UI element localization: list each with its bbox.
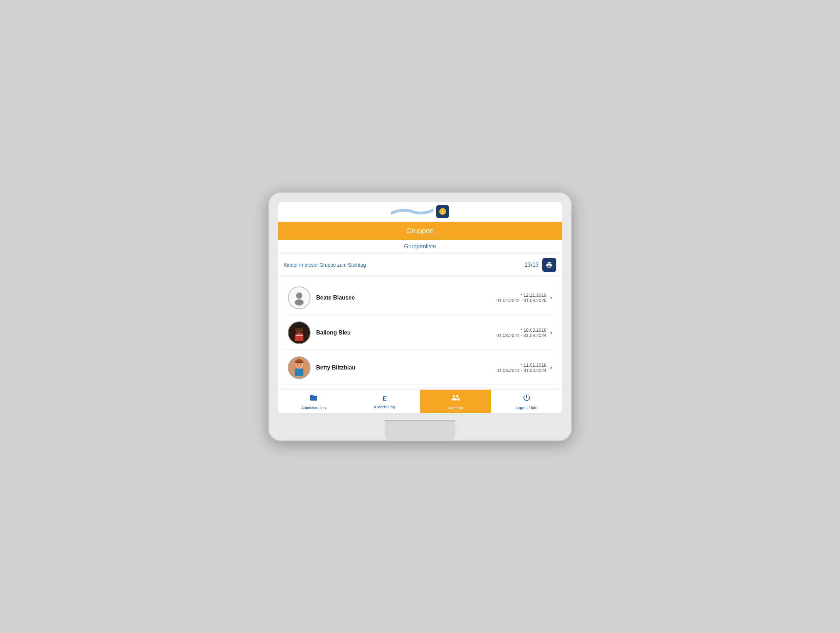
- svg-rect-5: [296, 335, 303, 336]
- nav-item-abrechnung[interactable]: € Abrechnung: [349, 390, 420, 413]
- groups-icon: [451, 393, 460, 404]
- page-header: Gruppen: [278, 222, 562, 240]
- nav-item-administration[interactable]: Administration: [278, 390, 349, 413]
- nav-label-administration: Administration: [301, 406, 326, 410]
- page-subtitle: Gruppenliste: [404, 243, 436, 249]
- device-stand: [385, 420, 455, 441]
- svg-point-0: [296, 292, 302, 299]
- app-logo-icon: 😊: [436, 205, 449, 218]
- svg-point-10: [296, 359, 302, 362]
- child-item[interactable]: Betty Blitzblau * 11.01.2018 01.03.2021 …: [282, 352, 558, 384]
- child-info: Bailong Bleu: [311, 330, 496, 336]
- device-frame: 😊 Gruppen Gruppenliste Kinder in dieser …: [268, 192, 572, 441]
- filter-count: 13/13: [524, 262, 539, 268]
- folder-icon: [309, 393, 318, 404]
- child-dates: * 12.11.2019 01.02.2022 - 31.08.2025: [496, 292, 550, 303]
- child-info: Beate Blausee: [311, 295, 496, 301]
- child-name: Bailong Bleu: [316, 330, 351, 336]
- playmobil-brown-figure: [289, 357, 310, 378]
- filter-row: Kinder in dieser Gruppe zum Stichtag 13/…: [278, 254, 562, 276]
- print-icon: [546, 261, 553, 268]
- child-info: Betty Blitzblau: [311, 365, 496, 371]
- child-name: Beate Blausee: [316, 295, 355, 301]
- child-dates: * 11.01.2018 01.03.2021 - 31.08.2024: [496, 362, 550, 373]
- nav-label-gruppen: Gruppen: [448, 406, 463, 410]
- chevron-right-icon: ›: [550, 294, 552, 301]
- svg-point-12: [300, 364, 301, 365]
- child-period: 01.02.2022 - 31.08.2025: [496, 298, 546, 303]
- child-item[interactable]: Bailong Bleu * 18.03.2018 01.03.2021 - 3…: [282, 317, 558, 349]
- logo-wave: [391, 206, 433, 217]
- header-logo-area: 😊: [278, 202, 562, 222]
- child-birth: * 11.01.2018: [496, 362, 546, 368]
- svg-point-1: [295, 299, 304, 306]
- child-avatar: [288, 357, 311, 379]
- child-period: 01.03.2021 - 31.08.2024: [496, 368, 546, 373]
- child-period: 01.03.2021 - 31.08.2024: [496, 333, 546, 338]
- child-avatar: [288, 322, 311, 344]
- page-title: Gruppen: [406, 227, 434, 235]
- euro-icon: €: [382, 394, 387, 403]
- bottom-navigation: Administration € Abrechnung Gruppen: [278, 389, 562, 413]
- child-birth: * 18.03.2018: [496, 327, 546, 333]
- children-list: Beate Blausee * 12.11.2019 01.02.2022 - …: [278, 276, 562, 389]
- nav-label-logout: Logout / Info: [516, 406, 537, 410]
- child-item[interactable]: Beate Blausee * 12.11.2019 01.02.2022 - …: [282, 281, 558, 314]
- print-button[interactable]: [542, 258, 556, 272]
- chevron-right-icon: ›: [550, 329, 552, 336]
- nav-item-gruppen[interactable]: Gruppen: [420, 390, 491, 413]
- child-dates: * 18.03.2018 01.03.2021 - 31.08.2024: [496, 327, 550, 338]
- svg-rect-6: [297, 333, 301, 335]
- nav-item-logout[interactable]: Logout / Info: [491, 390, 562, 413]
- person-icon: [291, 290, 307, 306]
- playmobil-dark-figure: [289, 322, 310, 343]
- filter-label: Kinder in dieser Gruppe zum Stichtag: [284, 262, 366, 268]
- svg-point-11: [297, 364, 298, 365]
- svg-point-4: [295, 324, 303, 328]
- child-name: Betty Blitzblau: [316, 365, 355, 371]
- filter-count-area: 13/13: [524, 258, 556, 272]
- page-subtitle-area: Gruppenliste: [278, 240, 562, 254]
- svg-rect-7: [295, 368, 303, 376]
- power-icon: [523, 393, 531, 404]
- device-screen: 😊 Gruppen Gruppenliste Kinder in dieser …: [278, 202, 562, 413]
- avatar-placeholder: [288, 286, 311, 309]
- child-birth: * 12.11.2019: [496, 292, 546, 298]
- nav-label-abrechnung: Abrechnung: [374, 405, 395, 409]
- chevron-right-icon: ›: [550, 364, 552, 371]
